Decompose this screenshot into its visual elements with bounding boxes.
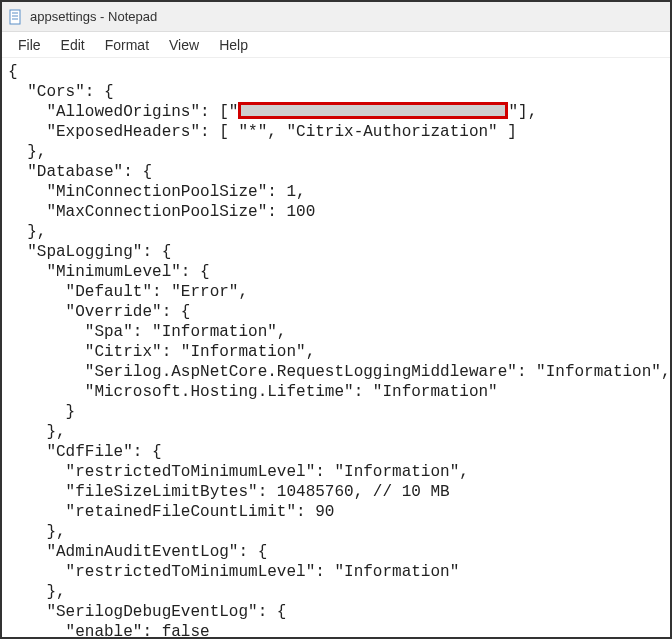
menu-help[interactable]: Help xyxy=(209,35,258,55)
code-line: "Citrix": "Information", xyxy=(8,343,315,361)
code-line: }, xyxy=(8,223,46,241)
menu-file[interactable]: File xyxy=(8,35,51,55)
code-line: "MinConnectionPoolSize": 1, xyxy=(8,183,306,201)
code-line: "Override": { xyxy=(8,303,190,321)
code-line: "ExposedHeaders": [ "*", "Citrix-Authori… xyxy=(8,123,517,141)
menu-bar: File Edit Format View Help xyxy=(2,32,670,58)
code-line: "MaxConnectionPoolSize": 100 xyxy=(8,203,315,221)
code-line: "restrictedToMinimumLevel": "Information… xyxy=(8,463,469,481)
menu-format[interactable]: Format xyxy=(95,35,159,55)
code-line: }, xyxy=(8,143,46,161)
code-line: "MinimumLevel": { xyxy=(8,263,210,281)
notepad-icon xyxy=(8,9,24,25)
code-line: "fileSizeLimitBytes": 10485760, // 10 MB xyxy=(8,483,450,501)
code-line: "SerilogDebugEventLog": { xyxy=(8,603,286,621)
code-line: "SpaLogging": { xyxy=(8,243,171,261)
code-line: }, xyxy=(8,423,66,441)
redacted-box xyxy=(238,102,508,119)
code-line: "Database": { xyxy=(8,163,152,181)
svg-rect-0 xyxy=(10,10,20,24)
code-line: }, xyxy=(8,583,66,601)
code-line: }, xyxy=(8,523,66,541)
menu-edit[interactable]: Edit xyxy=(51,35,95,55)
code-line: "Cors": { xyxy=(8,83,114,101)
code-line: "], xyxy=(508,103,537,121)
code-line: "AllowedOrigins": [" xyxy=(8,103,238,121)
menu-view[interactable]: View xyxy=(159,35,209,55)
title-bar: appsettings - Notepad xyxy=(2,2,670,32)
code-line: { xyxy=(8,63,18,81)
code-line: "Microsoft.Hosting.Lifetime": "Informati… xyxy=(8,383,498,401)
code-line: "Serilog.AspNetCore.RequestLoggingMiddle… xyxy=(8,363,670,381)
code-line: "enable": false xyxy=(8,623,210,639)
text-editor-content[interactable]: { "Cors": { "AllowedOrigins": [""], "Exp… xyxy=(2,58,670,639)
code-line: "CdfFile": { xyxy=(8,443,162,461)
code-line: "AdminAuditEventLog": { xyxy=(8,543,267,561)
code-line: "Default": "Error", xyxy=(8,283,248,301)
code-line: } xyxy=(8,403,75,421)
code-line: "Spa": "Information", xyxy=(8,323,286,341)
code-line: "restrictedToMinimumLevel": "Information… xyxy=(8,563,459,581)
window-title: appsettings - Notepad xyxy=(30,9,157,24)
code-line: "retainedFileCountLimit": 90 xyxy=(8,503,334,521)
